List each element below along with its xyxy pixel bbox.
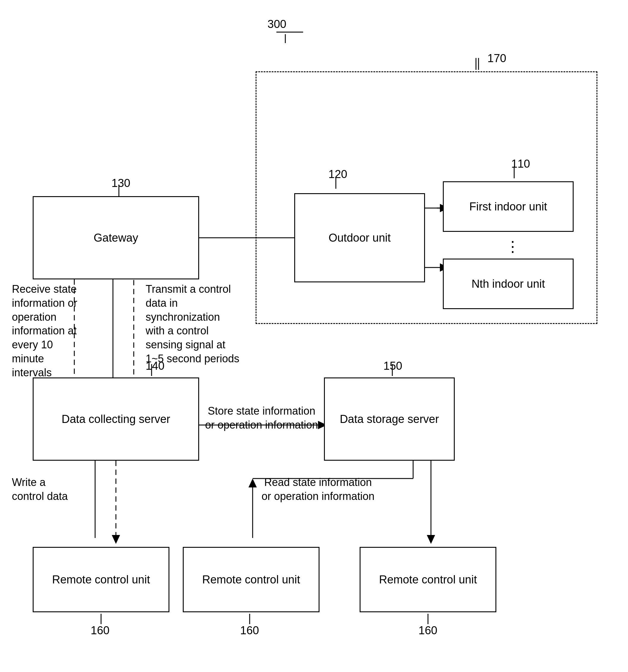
svg-marker-24 bbox=[427, 535, 435, 544]
receive-state-label: Receive state information or operation i… bbox=[12, 282, 83, 380]
ref-150: 150 bbox=[383, 360, 402, 373]
diagram-title: 300 bbox=[267, 18, 286, 31]
data-collecting-server-box: Data collecting server bbox=[33, 378, 199, 461]
ref-130: 130 bbox=[112, 177, 130, 190]
data-storage-server-box: Data storage server bbox=[324, 378, 455, 461]
write-control-label: Write a control data bbox=[12, 476, 71, 503]
ref-110: 110 bbox=[511, 158, 530, 170]
nth-indoor-unit-box: Nth indoor unit bbox=[443, 259, 574, 309]
remote-control-1-box: Remote control unit bbox=[33, 547, 169, 612]
ref-140: 140 bbox=[146, 360, 164, 373]
remote-control-3-box: Remote control unit bbox=[360, 547, 496, 612]
ref-160-3: 160 bbox=[418, 624, 437, 637]
ref-170: 170 bbox=[487, 52, 506, 65]
diagram-container: 300 170 110 First indoor unit ⋮ Nth indo… bbox=[0, 0, 628, 672]
svg-marker-26 bbox=[248, 479, 257, 487]
svg-marker-20 bbox=[112, 535, 120, 544]
remote-control-2-box: Remote control unit bbox=[183, 547, 319, 612]
dots-separator: ⋮ bbox=[505, 238, 520, 255]
read-state-label: Read state information or operation info… bbox=[259, 476, 378, 503]
ref-160-2: 160 bbox=[240, 624, 259, 637]
ref-160-1: 160 bbox=[91, 624, 110, 637]
first-indoor-unit-box: First indoor unit bbox=[443, 181, 574, 232]
outdoor-unit-box: Outdoor unit bbox=[294, 193, 425, 282]
transmit-control-label: Transmit a control data in synchronizati… bbox=[146, 282, 241, 366]
store-state-label: Store state information or operation inf… bbox=[202, 404, 321, 432]
gateway-box: Gateway bbox=[33, 196, 199, 280]
ref-120: 120 bbox=[329, 168, 347, 181]
